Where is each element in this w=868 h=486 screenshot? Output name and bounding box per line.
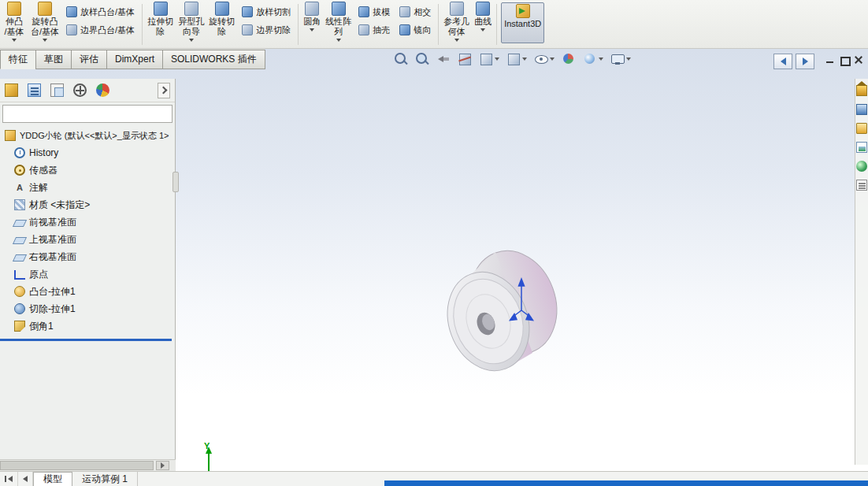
boundary-boss-icon xyxy=(66,24,77,35)
view-settings-button[interactable] xyxy=(610,52,631,66)
ribbon-separator xyxy=(298,4,299,45)
view-settings-icon xyxy=(610,52,625,66)
ribbon-button-instant3d[interactable]: Instant3D xyxy=(501,2,544,43)
tree-item-origin[interactable]: 原点 xyxy=(0,265,175,283)
ribbon-separator xyxy=(496,4,497,45)
ribbon-stack-cut: 放样切割 边界切除 xyxy=(237,1,295,48)
scrollbar-thumb[interactable] xyxy=(0,461,154,470)
origin-icon xyxy=(14,270,25,280)
ribbon-button-draft[interactable]: 拔模 xyxy=(355,4,393,20)
tree-item-part-root[interactable]: YDDG小轮 (默认<<默认>_显示状态 1> xyxy=(0,127,175,144)
tree-item-annotations[interactable]: 注解 xyxy=(0,179,175,196)
tree-item-material[interactable]: 材质 <未指定> xyxy=(0,196,175,213)
scroll-tabs-left-button[interactable] xyxy=(18,472,33,486)
tab-solidworks-addins[interactable]: SOLIDWORKS 插件 xyxy=(162,50,265,69)
ribbon-button-intersect[interactable]: 相交 xyxy=(396,4,434,20)
dimxpertmanager-tab-icon[interactable] xyxy=(73,83,87,97)
tree-item-top-plane[interactable]: 上视基准面 xyxy=(0,231,175,248)
forward-arrow-icon xyxy=(803,58,808,65)
tab-evaluate[interactable]: 评估 xyxy=(71,50,107,69)
tree-item-boss-extrude1[interactable]: 凸台-拉伸1 xyxy=(0,283,175,300)
ribbon-button-shell[interactable]: 抽壳 xyxy=(355,22,393,38)
file-explorer-icon[interactable] xyxy=(856,123,867,134)
zoom-to-fit-button[interactable] xyxy=(394,52,408,66)
edit-appearance-icon xyxy=(562,52,576,66)
edit-appearance-button[interactable] xyxy=(562,52,576,66)
panel-horizontal-scrollbar[interactable] xyxy=(0,459,176,471)
ribbon-button-reference-geometry[interactable]: 参考几 何体 xyxy=(441,1,472,48)
configurationmanager-tab-icon[interactable] xyxy=(50,83,64,97)
ribbon-button-revolve-cut[interactable]: 旋转切 除 xyxy=(206,1,237,48)
display-style-button[interactable] xyxy=(506,52,527,66)
ribbon-button-revolve-boss[interactable]: 旋转凸 台/基体 xyxy=(28,1,61,48)
tree-item-chamfer1[interactable]: 倒角1 xyxy=(0,317,175,335)
dropdown-arrow-icon xyxy=(495,58,499,61)
tree-item-front-plane[interactable]: 前视基准面 xyxy=(0,213,175,231)
ribbon-button-hole-wizard[interactable]: 异型孔 向导 xyxy=(176,1,206,48)
tree-item-label: 上视基准面 xyxy=(29,233,76,247)
dropdown-arrow-icon xyxy=(336,39,341,42)
panel-splitter-grip[interactable] xyxy=(172,172,179,192)
tab-sketch[interactable]: 草图 xyxy=(35,50,72,69)
plane-icon xyxy=(13,237,27,244)
tree-item-cut-extrude1[interactable]: 切除-拉伸1 xyxy=(0,300,175,317)
mirror-icon xyxy=(399,24,410,35)
wheel-body[interactable] xyxy=(434,239,571,382)
ribbon-button-label: 抽壳 xyxy=(373,24,390,36)
featuremanager-tab-icon[interactable] xyxy=(5,83,18,97)
forward-button[interactable] xyxy=(796,54,814,69)
tree-item-right-plane[interactable]: 右视基准面 xyxy=(0,248,175,265)
tree-item-sensors[interactable]: 传感器 xyxy=(0,161,175,179)
panel-tab-bar xyxy=(0,79,175,102)
design-library-icon[interactable] xyxy=(856,104,867,115)
custom-properties-icon[interactable] xyxy=(856,180,867,191)
close-button[interactable] xyxy=(852,54,865,66)
tree-item-label: 传感器 xyxy=(29,164,57,177)
tree-item-history[interactable]: History xyxy=(0,144,175,161)
ribbon-button-boundary-boss[interactable]: 边界凸台/基体 xyxy=(63,22,138,38)
chamfer-icon xyxy=(14,321,25,332)
view-orientation-button[interactable] xyxy=(479,52,499,66)
expand-panel-arrow-icon[interactable] xyxy=(158,83,170,98)
part-model-wheel[interactable] xyxy=(425,238,599,388)
ribbon-button-label: 相交 xyxy=(414,6,431,18)
ribbon-button-label: 边界凸台/基体 xyxy=(80,24,135,36)
tab-features[interactable]: 特征 xyxy=(0,50,36,69)
ribbon-button-extrude-cut[interactable]: 拉伸切 除 xyxy=(145,1,176,48)
ribbon-button-extrude-boss[interactable]: 伸凸 /基体 xyxy=(0,1,28,48)
resources-icon[interactable] xyxy=(856,85,867,96)
ribbon-button-curves[interactable]: 曲线 xyxy=(472,1,494,48)
tab-model[interactable]: 模型 xyxy=(33,472,72,486)
dropdown-arrow-icon xyxy=(522,58,527,61)
back-button[interactable] xyxy=(773,54,792,69)
ribbon-button-fillet[interactable]: 圆角 xyxy=(301,1,323,48)
ribbon-button-label: 拉伸切 除 xyxy=(147,17,173,37)
view-palette-icon[interactable] xyxy=(856,142,867,153)
propertymanager-tab-icon[interactable] xyxy=(28,83,41,97)
hide-show-items-button[interactable] xyxy=(534,52,555,66)
history-icon xyxy=(14,147,25,158)
ribbon-button-mirror[interactable]: 镜向 xyxy=(396,22,434,38)
tab-motion-study-1[interactable]: 运动算例 1 xyxy=(72,472,138,486)
apply-scene-button[interactable] xyxy=(583,52,603,66)
previous-view-button[interactable] xyxy=(436,52,451,66)
appearances-icon[interactable] xyxy=(856,161,867,172)
minimize-button[interactable] xyxy=(824,54,836,66)
scrollbar-right-arrow-icon[interactable] xyxy=(156,461,169,470)
restore-button[interactable] xyxy=(838,54,851,66)
ribbon-button-loft-cut[interactable]: 放样切割 xyxy=(239,4,294,20)
tab-dimxpert[interactable]: DimXpert xyxy=(106,50,163,69)
ribbon-button-label: 镜向 xyxy=(414,24,431,36)
tree-item-label: 凸台-拉伸1 xyxy=(29,285,76,299)
annotations-icon xyxy=(14,182,25,193)
section-view-button[interactable] xyxy=(458,52,472,66)
ribbon-button-linear-pattern[interactable]: 线性阵 列 xyxy=(323,1,354,48)
dropdown-arrow-icon xyxy=(12,39,17,42)
zoom-to-area-button[interactable] xyxy=(415,52,429,66)
displaymanager-tab-icon[interactable] xyxy=(96,83,109,97)
ribbon-button-boundary-cut[interactable]: 边界切除 xyxy=(239,22,294,38)
scroll-tabs-first-button[interactable] xyxy=(0,472,18,486)
rollback-bar[interactable] xyxy=(0,339,172,341)
ribbon-button-loft-boss[interactable]: 放样凸台/基体 xyxy=(63,4,138,20)
zoom-to-area-icon xyxy=(415,52,429,66)
